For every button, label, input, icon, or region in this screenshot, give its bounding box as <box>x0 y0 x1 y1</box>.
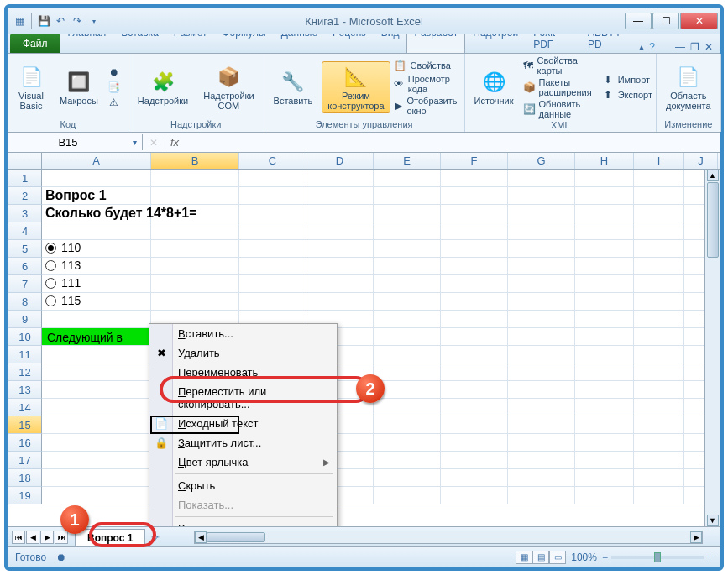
cell-G19[interactable] <box>508 487 575 504</box>
row-header-12[interactable]: 12 <box>8 363 42 381</box>
radio-option[interactable]: 111 <box>45 276 147 290</box>
cell-H19[interactable] <box>575 487 634 504</box>
cell-A2[interactable]: Вопрос 1 <box>42 187 151 205</box>
cell-H1[interactable] <box>575 170 634 187</box>
cell-E14[interactable] <box>374 399 441 416</box>
cell-H6[interactable] <box>575 258 634 275</box>
cell-I2[interactable] <box>634 187 684 205</box>
ribbon-minimize-icon[interactable]: ▴ <box>639 41 644 53</box>
col-header-J[interactable]: J <box>684 153 718 169</box>
cell-H13[interactable] <box>575 381 634 399</box>
cell-A7[interactable]: 111 <box>42 275 151 293</box>
cell-I17[interactable] <box>634 452 684 469</box>
cell-F12[interactable] <box>441 363 508 381</box>
cell-I3[interactable] <box>634 205 684 222</box>
cell-F6[interactable] <box>441 258 508 275</box>
cell-H18[interactable] <box>575 469 634 487</box>
row-header-18[interactable]: 18 <box>8 469 42 487</box>
row-header-8[interactable]: 8 <box>8 293 42 311</box>
next-question-button[interactable]: Следующий в <box>42 328 151 346</box>
doc-close-icon[interactable]: ✕ <box>704 41 713 53</box>
doc-panel-button[interactable]: 📄Область документа <box>660 61 717 113</box>
cell-I16[interactable] <box>634 434 684 452</box>
cell-E15[interactable] <box>374 416 441 434</box>
new-sheet-icon[interactable]: ✧ <box>150 531 160 544</box>
cell-E13[interactable] <box>374 381 441 399</box>
ribbon-small-item[interactable]: ⏺ <box>107 65 124 79</box>
cell-E6[interactable] <box>374 258 441 275</box>
addins-button[interactable]: 🧩Надстройки <box>132 66 194 108</box>
cell-G2[interactable] <box>508 187 575 205</box>
col-header-F[interactable]: F <box>441 153 508 169</box>
cell-A18[interactable] <box>42 469 151 487</box>
ribbon-small-item[interactable]: 🔄Обновить данные <box>523 99 593 119</box>
cell-E12[interactable] <box>374 363 441 381</box>
cell-F2[interactable] <box>441 187 508 205</box>
cell-G8[interactable] <box>508 293 575 311</box>
cell-H5[interactable] <box>575 240 634 258</box>
cell-H8[interactable] <box>575 293 634 311</box>
context-menu-item[interactable]: ✖Удалить <box>149 343 337 363</box>
cell-H14[interactable] <box>575 399 634 416</box>
maximize-button[interactable]: ☐ <box>652 13 679 29</box>
cell-G10[interactable] <box>508 328 575 346</box>
radio-option[interactable]: 110 <box>45 241 147 254</box>
ribbon-small-item[interactable]: 📦Пакеты расширения <box>523 77 593 97</box>
cell-I11[interactable] <box>634 346 684 363</box>
cell-D8[interactable] <box>306 293 374 311</box>
cell-A6[interactable]: 113 <box>42 258 151 275</box>
cell-A15[interactable] <box>42 416 151 434</box>
cell-H9[interactable] <box>575 311 634 328</box>
radio-option[interactable]: 113 <box>45 259 147 272</box>
context-menu-item[interactable]: Выделить все листы <box>149 519 337 526</box>
cell-C5[interactable] <box>239 240 306 258</box>
formula-input[interactable] <box>184 134 720 150</box>
cell-I7[interactable] <box>634 275 684 293</box>
row-header-10[interactable]: 10 <box>8 328 42 346</box>
close-button[interactable]: ✕ <box>680 13 718 29</box>
cell-E17[interactable] <box>374 452 441 469</box>
cell-H11[interactable] <box>575 346 634 363</box>
cell-F7[interactable] <box>441 275 508 293</box>
design-mode-button[interactable]: 📐Режим конструктора <box>322 61 390 113</box>
cell-A14[interactable] <box>42 399 151 416</box>
ribbon-small-item[interactable]: ⬇Импорт <box>601 73 652 86</box>
col-header-A[interactable]: A <box>42 153 151 169</box>
cell-H15[interactable] <box>575 416 634 434</box>
cell-F14[interactable] <box>441 399 508 416</box>
context-menu-item[interactable]: Переместить или скопировать... <box>149 382 337 414</box>
cell-G13[interactable] <box>508 381 575 399</box>
context-menu-item[interactable]: Переименовать <box>149 363 337 382</box>
col-header-G[interactable]: G <box>508 153 575 169</box>
cell-F3[interactable] <box>441 205 508 222</box>
row-header-15[interactable]: 15 <box>8 416 42 434</box>
zoom-level[interactable]: 100% <box>571 551 597 563</box>
cell-I9[interactable] <box>634 311 684 328</box>
cell-I1[interactable] <box>634 170 684 187</box>
cell-H2[interactable] <box>575 187 634 205</box>
cell-G15[interactable] <box>508 416 575 434</box>
row-header-6[interactable]: 6 <box>8 258 42 275</box>
row-header-13[interactable]: 13 <box>8 381 42 399</box>
cell-H7[interactable] <box>575 275 634 293</box>
cell-D3[interactable] <box>306 205 374 222</box>
tab-nav-prev-icon[interactable]: ◀ <box>26 531 39 544</box>
row-header-9[interactable]: 9 <box>8 311 42 328</box>
minimize-button[interactable]: — <box>625 13 652 29</box>
cell-F10[interactable] <box>441 328 508 346</box>
xml-source-button[interactable]: 🌐Источник <box>469 66 520 108</box>
cell-E2[interactable] <box>374 187 441 205</box>
context-menu-item[interactable]: 🔒Защитить лист... <box>149 433 337 452</box>
cell-A9[interactable] <box>42 311 151 328</box>
cell-C1[interactable] <box>239 170 306 187</box>
ribbon-small-item[interactable]: 📋Свойства <box>394 59 461 72</box>
cell-A1[interactable] <box>42 170 151 187</box>
scroll-left-icon[interactable]: ◀ <box>195 531 207 543</box>
col-header-H[interactable]: H <box>575 153 634 169</box>
context-menu-item[interactable]: 📄Исходный текст <box>149 414 337 433</box>
context-menu-item[interactable]: Скрыть <box>149 476 337 495</box>
cell-H4[interactable] <box>575 222 634 240</box>
zoom-slider[interactable] <box>611 556 704 559</box>
cell-I12[interactable] <box>634 363 684 381</box>
cell-F8[interactable] <box>441 293 508 311</box>
